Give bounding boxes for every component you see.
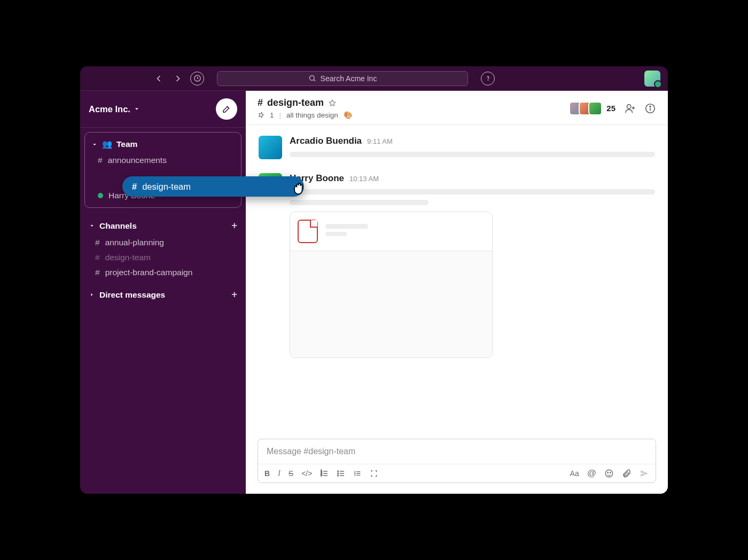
send-button[interactable] — [640, 469, 649, 478]
back-button[interactable] — [152, 72, 166, 85]
search-placeholder: Search Acme Inc — [321, 74, 377, 83]
compose-button[interactable] — [216, 98, 237, 120]
pdf-icon — [298, 220, 318, 243]
blockquote-button[interactable] — [353, 469, 362, 478]
caret-down-icon — [89, 223, 95, 229]
message-text-placeholder — [290, 152, 655, 157]
hash-icon: # — [95, 253, 100, 262]
format-button[interactable]: Aa — [570, 469, 579, 478]
message-composer: Message #design-team B I S </> 123 — [258, 439, 656, 483]
svg-point-11 — [338, 475, 339, 476]
hash-icon: # — [95, 238, 100, 247]
message-list[interactable]: Arcadio Buendia 9:11 AM Harry Boone 10:1… — [246, 125, 668, 439]
caret-down-icon — [91, 142, 98, 147]
italic-button[interactable]: I — [278, 469, 280, 478]
star-icon[interactable] — [328, 99, 337, 107]
history-nav — [152, 72, 204, 85]
file-meta-placeholder — [325, 232, 347, 236]
message: Arcadio Buendia 9:11 AM — [259, 136, 655, 159]
pin-count[interactable]: 1 — [270, 111, 274, 119]
grab-cursor-icon — [289, 180, 307, 198]
channel-topic[interactable]: all things design — [286, 111, 338, 119]
team-section-header[interactable]: 👥 Team — [86, 136, 240, 153]
svg-point-14 — [610, 472, 611, 473]
slack-app: Search Acme Inc Acme Inc. 👥 — [80, 66, 668, 494]
message-text-placeholder — [290, 200, 428, 205]
presence-dot-icon — [98, 193, 103, 198]
file-preview — [290, 251, 492, 357]
team-section: 👥 Team # announcements Harry Boone # des… — [84, 132, 241, 208]
file-attachment[interactable] — [290, 212, 493, 358]
add-people-button[interactable] — [624, 103, 636, 114]
bullet-list-button[interactable] — [337, 469, 345, 478]
code-button[interactable]: </> — [301, 469, 312, 478]
composer-input[interactable]: Message #design-team — [258, 439, 656, 464]
emoji-button[interactable] — [604, 469, 614, 478]
add-channel-button[interactable]: + — [231, 220, 237, 231]
strike-button[interactable]: S — [289, 469, 293, 478]
hash-icon: # — [258, 97, 263, 108]
palette-emoji-icon: 🎨 — [344, 111, 353, 119]
top-bar: Search Acme Inc — [80, 66, 668, 91]
code-block-button[interactable] — [370, 469, 378, 478]
message-time: 10:13 AM — [349, 175, 379, 183]
avatar — [588, 102, 602, 115]
add-dm-button[interactable]: + — [231, 289, 237, 300]
channels-section: Channels + # annual-planning # design-te… — [80, 212, 246, 281]
dragging-channel-pill[interactable]: # design-team — [122, 176, 304, 197]
help-button[interactable] — [481, 72, 495, 85]
svg-point-5 — [650, 106, 651, 107]
sidebar-item-announcements[interactable]: # announcements — [86, 153, 240, 168]
chevron-down-icon — [134, 106, 140, 112]
attach-button[interactable] — [622, 469, 632, 478]
sidebar-item-project-brand-campaign[interactable]: # project-brand-campaign — [83, 265, 243, 280]
user-avatar[interactable] — [644, 71, 660, 87]
svg-point-9 — [338, 471, 339, 472]
sidebar-item-design-team[interactable]: # design-team — [83, 250, 243, 265]
dms-section-header[interactable]: Direct messages + — [83, 285, 243, 304]
svg-point-2 — [488, 80, 488, 80]
channel-details-button[interactable] — [644, 103, 656, 114]
channel-header: # design-team 1 | all things design 🎨 — [246, 91, 668, 125]
svg-point-13 — [607, 472, 609, 473]
channels-section-header[interactable]: Channels + — [83, 216, 243, 235]
dms-section: Direct messages + — [80, 281, 246, 305]
svg-point-1 — [309, 76, 314, 81]
mention-button[interactable]: @ — [587, 468, 596, 479]
file-name-placeholder — [325, 224, 368, 229]
avatar[interactable] — [259, 136, 282, 159]
hash-icon: # — [95, 268, 100, 277]
search-icon — [308, 74, 316, 82]
workspace-name: Acme Inc. — [89, 104, 130, 114]
svg-point-3 — [627, 104, 631, 108]
channel-meta: 1 | all things design 🎨 — [258, 111, 353, 119]
channel-title[interactable]: # design-team — [258, 97, 353, 108]
ordered-list-button[interactable]: 123 — [320, 469, 329, 478]
member-summary[interactable]: 25 — [569, 102, 615, 115]
message-text-placeholder — [290, 189, 655, 195]
message-time: 9:11 AM — [367, 137, 393, 145]
composer-toolbar: B I S </> 123 — [258, 464, 656, 483]
team-label: Team — [116, 139, 137, 149]
history-button[interactable] — [190, 72, 204, 85]
workspace-header[interactable]: Acme Inc. — [80, 91, 246, 128]
hash-icon: # — [132, 182, 137, 192]
forward-button[interactable] — [171, 72, 185, 85]
sidebar: Acme Inc. 👥 Team # announcements — [80, 91, 246, 494]
svg-text:3: 3 — [321, 474, 323, 477]
pin-icon[interactable] — [258, 112, 264, 119]
svg-point-12 — [605, 470, 613, 477]
search-bar[interactable]: Search Acme Inc — [217, 71, 468, 86]
svg-point-10 — [338, 473, 339, 474]
sidebar-item-annual-planning[interactable]: # annual-planning — [83, 235, 243, 250]
member-avatars — [569, 102, 602, 115]
hash-icon: # — [98, 155, 103, 165]
channel-view: # design-team 1 | all things design 🎨 — [246, 91, 668, 494]
people-icon: 👥 — [102, 139, 112, 149]
member-count: 25 — [606, 104, 615, 113]
message-author[interactable]: Arcadio Buendia — [290, 136, 362, 146]
message: Harry Boone 10:13 AM — [259, 173, 655, 358]
caret-right-icon — [89, 292, 95, 298]
bold-button[interactable]: B — [264, 469, 270, 478]
